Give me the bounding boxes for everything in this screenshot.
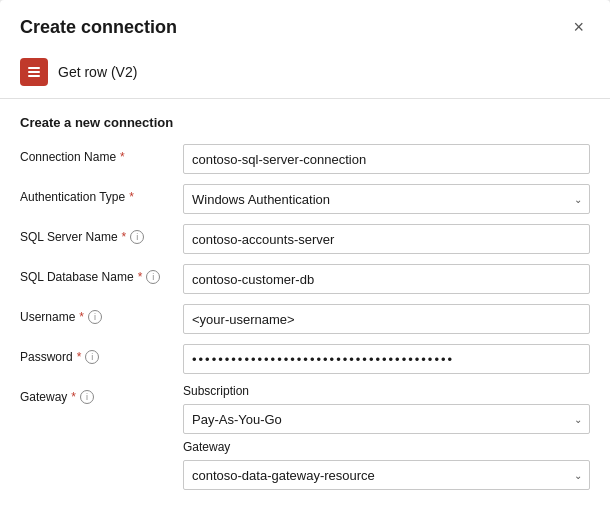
connector-icon xyxy=(20,58,48,86)
svg-rect-0 xyxy=(28,67,40,69)
subscription-select-wrapper: Pay-As-You-Go Free Trial Enterprise ⌄ xyxy=(183,404,590,434)
password-label: Password * i xyxy=(20,344,175,364)
close-button[interactable]: × xyxy=(567,16,590,38)
gateway-label: Gateway * i xyxy=(20,384,175,404)
sql-server-label: SQL Server Name * i xyxy=(20,224,175,244)
dialog-header: Create connection × xyxy=(0,0,610,50)
username-info-icon[interactable]: i xyxy=(88,310,102,324)
gateway-row: Gateway * i Subscription Pay-As-You-Go F… xyxy=(20,384,590,490)
subscription-sub-label: Subscription xyxy=(183,384,590,398)
sql-database-info-icon[interactable]: i xyxy=(146,270,160,284)
password-input[interactable] xyxy=(183,344,590,374)
auth-type-select[interactable]: Windows Authentication SQL Server Authen… xyxy=(183,184,590,214)
subscription-select[interactable]: Pay-As-You-Go Free Trial Enterprise xyxy=(183,404,590,434)
create-connection-dialog: Create connection × Get row (V2) Create … xyxy=(0,0,610,510)
required-marker: * xyxy=(77,350,82,364)
svg-rect-2 xyxy=(28,75,40,77)
svg-rect-1 xyxy=(28,71,40,73)
sql-database-row: SQL Database Name * i xyxy=(20,264,590,294)
auth-type-select-wrapper: Windows Authentication SQL Server Authen… xyxy=(183,184,590,214)
required-marker: * xyxy=(129,190,134,204)
username-label: Username * i xyxy=(20,304,175,324)
sql-database-input[interactable] xyxy=(183,264,590,294)
dialog-title: Create connection xyxy=(20,17,177,38)
password-info-icon[interactable]: i xyxy=(85,350,99,364)
connection-name-label: Connection Name * xyxy=(20,144,175,164)
username-input[interactable] xyxy=(183,304,590,334)
form-section: Create a new connection Connection Name … xyxy=(0,99,610,510)
gateway-group: Subscription Pay-As-You-Go Free Trial En… xyxy=(183,384,590,490)
password-row: Password * i xyxy=(20,344,590,374)
required-marker: * xyxy=(122,230,127,244)
connection-name-input[interactable] xyxy=(183,144,590,174)
gateway-select[interactable]: contoso-data-gateway-resource other-gate… xyxy=(183,460,590,490)
gateway-sub-label: Gateway xyxy=(183,440,590,454)
sql-database-label: SQL Database Name * i xyxy=(20,264,175,284)
required-marker: * xyxy=(120,150,125,164)
connector-name: Get row (V2) xyxy=(58,64,137,80)
sql-server-input[interactable] xyxy=(183,224,590,254)
gateway-select-wrapper: contoso-data-gateway-resource other-gate… xyxy=(183,460,590,490)
required-marker: * xyxy=(79,310,84,324)
username-row: Username * i xyxy=(20,304,590,334)
auth-type-row: Authentication Type * Windows Authentica… xyxy=(20,184,590,214)
section-title: Create a new connection xyxy=(20,115,590,130)
sql-server-info-icon[interactable]: i xyxy=(130,230,144,244)
required-marker: * xyxy=(71,390,76,404)
sql-server-row: SQL Server Name * i xyxy=(20,224,590,254)
gateway-info-icon[interactable]: i xyxy=(80,390,94,404)
connection-name-row: Connection Name * xyxy=(20,144,590,174)
required-marker: * xyxy=(138,270,143,284)
connector-row: Get row (V2) xyxy=(0,50,610,99)
auth-type-label: Authentication Type * xyxy=(20,184,175,204)
